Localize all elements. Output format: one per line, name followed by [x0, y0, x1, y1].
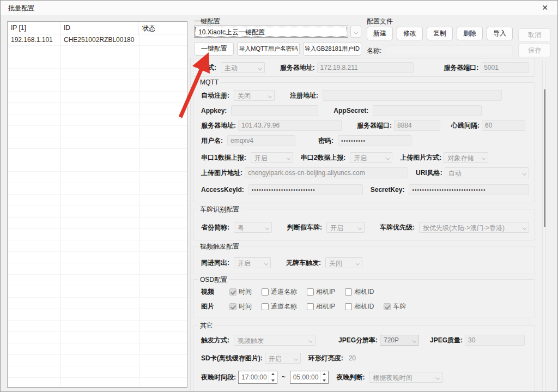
checkbox-label: 通道名称: [271, 287, 297, 297]
serial2-label: 串口2数据上报:: [301, 153, 346, 162]
same-inout-label: 同进同出:: [201, 258, 229, 268]
appkey-field[interactable]: [231, 105, 318, 116]
accesskey-label: AccessKeyId:: [201, 186, 244, 194]
save-button[interactable]: 保存: [518, 44, 551, 57]
spinner-arrows[interactable]: [320, 371, 328, 383]
accesskey-field[interactable]: ••••••••••••••••••••••••••: [248, 184, 363, 195]
profile-copy-button[interactable]: 复制: [427, 27, 453, 40]
mqtt-server-addr-field[interactable]: 101.43.79.96: [238, 120, 342, 131]
night-judge-label: 夜晚判断:: [336, 373, 365, 382]
mode-dropdown[interactable]: 主动: [221, 62, 265, 73]
appsecret-label: AppSecret:: [333, 107, 368, 114]
no-plate-trigger-dropdown[interactable]: 关闭: [325, 257, 362, 268]
appsecret-field[interactable]: [373, 105, 482, 116]
column-header-id[interactable]: ID: [60, 22, 139, 34]
serial1-dropdown[interactable]: 开启: [251, 152, 293, 163]
spin-up-icon[interactable]: [320, 371, 328, 377]
spin-up-icon[interactable]: [269, 371, 277, 377]
checkbox-image-camera-ip[interactable]: [307, 303, 314, 310]
tilde-separator: ~: [282, 373, 286, 381]
upload-mode-label: 上传图片方式:: [400, 153, 441, 162]
osd-video-label: 视频: [201, 287, 214, 297]
profile-name-input[interactable]: [386, 45, 513, 56]
night-end-spinner[interactable]: 05:00:00: [290, 371, 329, 384]
chevron-down-icon: [436, 376, 440, 380]
heartbeat-label: 心跳间隔:: [451, 121, 480, 130]
password-label: 密码:: [318, 136, 333, 146]
profile-name-label: 名称:: [367, 46, 381, 56]
table-row[interactable]: 192.168.1.101 CHE251002RZBL00180: [8, 34, 187, 46]
checkbox-video-camera-ip[interactable]: [307, 288, 314, 295]
device-table-header: IP [1] ID 状态: [8, 22, 187, 34]
username-field[interactable]: emqxv4: [227, 135, 295, 146]
jpeg-res-dropdown[interactable]: 720P: [380, 335, 419, 346]
uri-style-dropdown[interactable]: 自动: [445, 167, 529, 178]
chevron-down-icon: [386, 156, 390, 160]
upload-addr-label: 上传图片地址:: [201, 168, 242, 178]
spinner-arrows[interactable]: [269, 371, 277, 383]
upload-addr-field[interactable]: chengyipark.oss-cn-beijing.aliyuncs.com: [245, 167, 408, 178]
one-click-apply-button[interactable]: 一键配置: [194, 42, 234, 56]
cancel-button[interactable]: 取消: [518, 28, 551, 42]
profile-new-button[interactable]: 新建: [367, 27, 393, 40]
checkbox-label: 车牌: [393, 302, 406, 311]
ring-light-field[interactable]: 20: [345, 353, 388, 364]
auto-register-dropdown[interactable]: 关闭: [234, 90, 275, 101]
checkbox-image-camera-id[interactable]: [345, 303, 352, 310]
import-mqtt-credentials-button[interactable]: 导入MQTT用户名密码: [237, 42, 299, 56]
preset-combobox-dropdown-button[interactable]: [350, 26, 361, 38]
window-title: 批量配置: [8, 4, 34, 13]
uri-style-label: URI风格:: [416, 168, 442, 178]
night-judge-dropdown[interactable]: 根据夜晚时间: [369, 372, 442, 383]
sd-card-dropdown[interactable]: 开启: [265, 353, 301, 364]
profile-import-button[interactable]: 导入: [487, 27, 513, 40]
heartbeat-field[interactable]: 60: [482, 120, 525, 131]
night-start-value: 17:00:00: [239, 371, 269, 383]
column-header-status[interactable]: 状态: [139, 22, 187, 34]
upload-mode-dropdown[interactable]: 对象存储: [444, 152, 488, 163]
preset-combobox[interactable]: 10.Xiaotc上云一键配置: [194, 26, 348, 38]
mqtt-server-port-field[interactable]: 8884: [394, 120, 440, 131]
close-icon[interactable]: ✕: [537, 2, 553, 14]
secretkey-field[interactable]: ••••••••••••••••••••••••••••••: [409, 184, 529, 195]
chevron-down-icon: [264, 261, 268, 266]
checkbox-image-plate[interactable]: [384, 303, 391, 310]
vertical-scrollbar[interactable]: [542, 61, 546, 390]
spin-down-icon[interactable]: [269, 377, 277, 383]
chevron-down-icon: [522, 171, 526, 176]
plate-group: 车牌识别配置 省份简称: 粤 判断假车牌: 开启 车牌优先级: 按优先级(大陆-…: [193, 209, 535, 240]
night-start-spinner[interactable]: 17:00:00: [238, 371, 277, 384]
checkbox-label: 时间: [239, 287, 252, 297]
trigger-mode-dropdown[interactable]: 视频触发: [234, 335, 316, 346]
device-table-body: 192.168.1.101 CHE251002RZBL00180: [8, 34, 187, 387]
checkbox-video-channel-name[interactable]: [262, 288, 269, 295]
scrollbar-thumb[interactable]: [544, 89, 545, 227]
checkbox-video-time[interactable]: [229, 288, 236, 295]
jpeg-quality-field[interactable]: 30: [465, 335, 525, 346]
server-addr-field[interactable]: 172.19.8.211: [317, 62, 414, 73]
server-port-field[interactable]: 5001: [481, 62, 529, 73]
chevron-down-icon: [357, 226, 362, 230]
column-divider: [139, 34, 140, 387]
import-gb28181-userid-button[interactable]: 导入GB28181用户ID: [303, 42, 361, 56]
title-bar: 批量配置 ✕: [1, 1, 557, 15]
column-header-ip[interactable]: IP [1]: [8, 22, 60, 34]
password-field[interactable]: ••••••••••: [338, 135, 411, 146]
spin-down-icon[interactable]: [320, 377, 328, 383]
checkbox-label: 时间: [239, 302, 252, 311]
fake-plate-dropdown[interactable]: 开启: [326, 222, 365, 233]
checkbox-label: 相机ID: [354, 302, 374, 311]
register-addr-field[interactable]: [323, 90, 502, 101]
plate-priority-dropdown[interactable]: 按优先级(大陆->澳门->香港): [419, 222, 529, 233]
serial2-dropdown[interactable]: 开启: [350, 152, 392, 163]
province-dropdown[interactable]: 粤: [234, 222, 272, 233]
appkey-label: Appkey:: [201, 107, 227, 114]
checkbox-video-camera-id[interactable]: [345, 288, 352, 295]
checkbox-label: 相机IP: [316, 287, 335, 297]
checkbox-image-time[interactable]: [229, 303, 236, 310]
mqtt-group: MQTT 自动注册: 关闭 注册地址: Appkey: AppSecret:: [193, 82, 535, 202]
checkbox-image-channel-name[interactable]: [262, 303, 269, 310]
profile-delete-button[interactable]: 删除: [457, 27, 483, 40]
same-inout-dropdown[interactable]: 开启: [234, 257, 271, 268]
profile-modify-button[interactable]: 修改: [397, 27, 423, 40]
